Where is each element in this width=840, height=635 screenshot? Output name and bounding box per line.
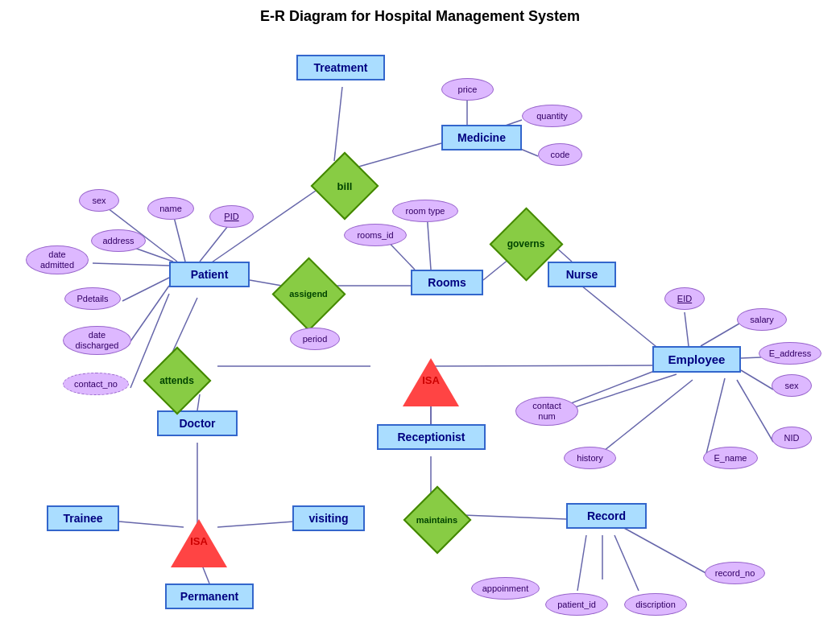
entity-receptionist: Receptionist [377,424,486,450]
relationship-maintains-label: maintains [416,515,457,525]
attr-pid: PID [209,205,254,228]
svg-line-26 [737,380,773,442]
attr-code: code [538,143,582,166]
svg-line-14 [130,286,169,341]
entity-rooms: Rooms [411,270,483,295]
attr-contact-num: contact num [515,397,578,426]
entity-patient: Patient [169,262,250,287]
attr-rooms-id: rooms_id [344,224,407,246]
attr-date-discharged: date discharged [63,326,131,355]
svg-line-23 [701,324,739,346]
svg-line-0 [334,87,342,161]
diagram-title: E-R Diagram for Hospital Management Syst… [0,0,840,25]
attr-eid: EID [664,287,705,310]
attr-sex2: sex [772,374,812,397]
attr-history: history [564,447,616,469]
svg-line-16 [250,280,282,286]
attr-pdetails: Pdetails [64,287,121,310]
relationship-governs: governs [498,216,554,272]
entity-treatment: Treatment [296,55,385,80]
svg-line-45 [614,535,639,591]
isa-doctor: ISA [171,519,227,567]
isa-employee-label: ISA [422,374,440,386]
relationship-governs-label: governs [507,238,545,249]
svg-line-46 [623,527,709,575]
svg-line-44 [577,535,586,591]
entity-employee: Employee [652,346,741,373]
entity-trainee: Trainee [47,505,119,531]
relationship-bill-label: bill [337,180,353,192]
attr-period: period [290,328,340,350]
attr-e-address: E_address [759,342,821,365]
attr-e-name: E_name [703,447,758,469]
svg-line-13 [122,278,169,301]
attr-nid: NID [772,427,812,449]
entity-visiting: visiting [292,505,365,531]
relationship-assigend: assigend [280,266,337,322]
attr-sex: sex [79,189,119,212]
diagram-container: E-R Diagram for Hospital Management Syst… [0,0,840,635]
svg-line-36 [172,298,197,354]
relationship-maintains: maintains [411,493,463,546]
svg-line-42 [463,515,566,519]
svg-line-21 [581,286,660,350]
isa-employee: ISA [403,358,459,406]
attr-contact-no: contact_no [63,373,129,395]
attr-patient-id: patient_id [545,593,608,616]
attr-price: price [441,78,494,101]
relationship-attends: attends [151,354,203,406]
isa-doctor-label: ISA [190,535,208,547]
entity-record: Record [566,503,647,529]
attr-quantity: quantity [522,105,582,127]
attr-room-type: room type [392,200,458,222]
entity-medicine: Medicine [441,125,522,151]
attr-address: address [91,229,146,252]
attr-name: name [147,197,194,220]
svg-line-39 [431,365,652,366]
entity-doctor: Doctor [157,410,238,436]
svg-line-28 [592,380,693,460]
svg-line-25 [741,370,773,390]
svg-line-22 [685,312,689,346]
attr-record-no: record_no [705,562,765,584]
relationship-assigend-label: assigend [289,289,328,299]
svg-line-33 [217,522,294,527]
svg-line-12 [93,263,169,266]
entity-nurse: Nurse [548,262,616,287]
attr-salary: salary [737,308,787,331]
entity-permanent: Permanent [165,583,254,609]
relationship-bill: bill [317,158,373,214]
attr-date-admitted: date admitted [26,245,89,274]
svg-line-24 [741,357,761,358]
relationship-attends-label: attends [159,375,194,386]
attr-discription: discription [624,593,687,616]
attr-appoinment: appoinment [471,577,540,600]
